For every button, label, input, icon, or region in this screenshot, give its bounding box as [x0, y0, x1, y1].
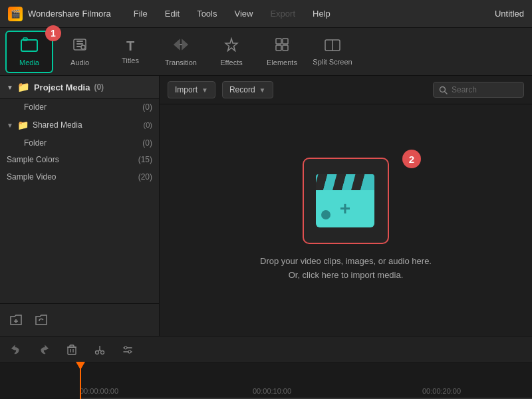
sample-colors-count: (15)	[138, 155, 152, 164]
menu-tools[interactable]: Tools	[194, 7, 219, 20]
timecode-end: 00:00:20:00	[422, 387, 461, 395]
import-caret: ▼	[201, 86, 208, 94]
audio-label: Audio	[70, 59, 89, 66]
add-folder-button[interactable]	[7, 311, 25, 329]
svg-point-27	[128, 350, 131, 353]
menu-view[interactable]: View	[231, 7, 255, 20]
svg-line-21	[98, 350, 100, 351]
sidebar-header-left: ▼ 📁 Project Media (0)	[7, 81, 104, 93]
badge-2: 2	[402, 150, 421, 168]
titles-icon: T	[126, 39, 134, 54]
clap-plus: +	[340, 198, 350, 219]
folder-child-label: Folder	[24, 102, 47, 112]
shared-folder-label: Folder	[24, 138, 47, 148]
audio-icon	[72, 37, 87, 56]
svg-point-19	[96, 350, 99, 354]
playhead-head	[76, 362, 85, 370]
folder-icon: 📁	[17, 81, 30, 93]
shared-media-label: Shared Media	[33, 120, 82, 130]
sample-video-count: (20)	[138, 172, 152, 182]
timeline-ruler: 00:00:00:00 00:00:10:00 00:00:20:00	[0, 363, 532, 399]
svg-rect-0	[21, 40, 37, 51]
clap-top	[316, 174, 374, 192]
drop-line2: Or, click here to import media.	[289, 270, 404, 280]
svg-rect-6	[276, 45, 281, 51]
shared-media-group[interactable]: ▼ 📁 Shared Media (0)	[0, 115, 159, 135]
undo-button[interactable]	[7, 340, 25, 359]
toolbar-effects-button[interactable]: Effects	[207, 31, 255, 73]
app-name: Wondershare Filmora	[28, 9, 111, 19]
menu-file[interactable]: File	[131, 7, 150, 20]
toolbar-media-button[interactable]: 1 Media	[5, 31, 53, 73]
svg-rect-5	[283, 39, 288, 44]
svg-line-22	[100, 350, 101, 351]
media-icon	[21, 37, 38, 56]
content-area: Import ▼ Record ▼	[160, 76, 532, 336]
drop-text: Drop your video clips, images, or audio …	[260, 255, 432, 283]
split-screen-icon	[325, 38, 340, 55]
redo-button[interactable]	[35, 340, 53, 359]
badge-1: 1	[45, 25, 61, 41]
effects-label: Effects	[220, 59, 242, 66]
toolbar-titles-button[interactable]: T Titles	[106, 31, 154, 73]
link-folder-button[interactable]	[32, 311, 51, 329]
collapse-arrow[interactable]: ▼	[7, 84, 13, 91]
search-box[interactable]	[433, 82, 524, 98]
playhead[interactable]	[80, 366, 81, 399]
menu-bar: File Edit Tools View Export Help	[131, 7, 495, 20]
toolbar-split-screen-button[interactable]: Split Screen	[309, 31, 356, 73]
project-media-count: (0)	[94, 82, 104, 92]
svg-rect-18	[70, 345, 74, 347]
elements-icon	[275, 37, 289, 56]
title-bar: 🎬 Wondershare Filmora File Edit Tools Vi…	[0, 0, 532, 28]
svg-line-13	[445, 91, 448, 94]
sample-colors-label: Sample Colors	[7, 155, 59, 164]
window-title: Untitled	[495, 9, 524, 19]
project-media-label: Project Media	[34, 82, 90, 92]
toolbar-audio-button[interactable]: Audio	[56, 31, 104, 73]
toolbar: 1 Media Audio T Titles Transition	[0, 28, 532, 76]
sample-colors-item[interactable]: Sample Colors (15)	[0, 151, 159, 168]
clapperboard-icon: +	[316, 174, 376, 227]
settings-button[interactable]	[118, 340, 137, 359]
toolbar-elements-button[interactable]: Elements	[258, 31, 306, 73]
timeline: 00:00:00:00 00:00:10:00 00:00:20:00	[0, 336, 532, 399]
svg-rect-4	[276, 39, 281, 44]
timecode-mid: 00:00:10:00	[253, 387, 291, 395]
content-toolbar: Import ▼ Record ▼	[160, 76, 532, 104]
svg-rect-7	[283, 45, 288, 51]
sample-video-label: Sample Video	[7, 172, 57, 182]
timeline-controls	[0, 336, 532, 363]
drop-zone-box[interactable]: + 2	[303, 158, 389, 244]
toolbar-transition-button[interactable]: Transition	[157, 31, 205, 73]
delete-button[interactable]	[63, 340, 81, 359]
import-dropdown[interactable]: Import ▼	[168, 81, 215, 98]
search-input[interactable]	[452, 85, 518, 94]
cut-button[interactable]	[90, 340, 109, 359]
svg-rect-14	[68, 347, 76, 354]
split-screen-label: Split Screen	[313, 58, 352, 66]
timecode-start: 00:00:00:00	[80, 387, 118, 395]
import-label: Import	[175, 85, 198, 94]
shared-media-left: ▼ 📁 Shared Media	[7, 120, 82, 130]
titles-label: Titles	[122, 57, 139, 65]
elements-label: Elements	[267, 59, 297, 66]
menu-edit[interactable]: Edit	[162, 7, 182, 20]
drop-line1: Drop your video clips, images, or audio …	[260, 256, 432, 266]
svg-point-20	[101, 350, 104, 354]
sidebar-header: ▼ 📁 Project Media (0)	[0, 76, 159, 99]
shared-folder-count: (0)	[142, 138, 152, 148]
app-logo: 🎬	[8, 7, 23, 21]
effects-icon	[224, 37, 239, 56]
record-dropdown[interactable]: Record ▼	[222, 81, 273, 98]
sidebar-footer	[0, 303, 159, 336]
sample-video-item[interactable]: Sample Video (20)	[0, 168, 159, 186]
shared-media-folder[interactable]: Folder (0)	[0, 135, 159, 151]
drop-zone[interactable]: + 2 Drop your video clips, images, or au…	[160, 104, 532, 336]
folder-child-count: (0)	[142, 102, 152, 112]
transition-icon	[173, 37, 189, 56]
menu-help[interactable]: Help	[310, 7, 333, 20]
project-media-folder[interactable]: Folder (0)	[0, 99, 159, 115]
shared-media-folder-icon: 📁	[17, 120, 29, 130]
svg-point-26	[124, 346, 127, 349]
